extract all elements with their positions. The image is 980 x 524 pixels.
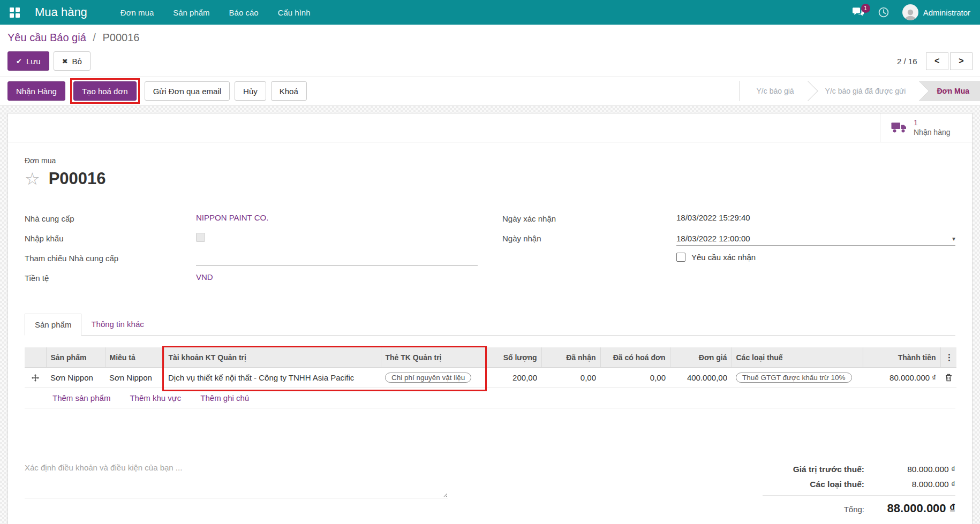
apps-menu-icon[interactable] <box>10 7 20 18</box>
cell-description[interactable]: Sơn Nippon <box>105 368 164 388</box>
stat-button-strip: 1 Nhận hàng <box>8 113 972 142</box>
cell-product[interactable]: Sơn Nippon <box>46 368 105 388</box>
terms-notes-input[interactable] <box>25 460 448 498</box>
cell-subtotal[interactable]: 80.000.000 ₫ <box>863 368 940 388</box>
top-navbar: Mua hàng Đơn mua Sản phẩm Báo cáo Cấu hì… <box>0 0 980 25</box>
discard-button-label: Bỏ <box>72 57 82 66</box>
cell-unit-price[interactable]: 400.000,00 <box>670 368 732 388</box>
taxes-amount-value: 8.000.000 ₫ <box>864 480 955 489</box>
favorite-star-icon[interactable]: ☆ <box>25 170 40 187</box>
header-subtotal[interactable]: Thành tiền <box>863 347 940 368</box>
discard-button[interactable]: ✖ Bỏ <box>54 51 91 71</box>
tax-pill: Thuế GTGT được khấu trừ 10% <box>736 373 852 383</box>
supplier-field-value[interactable]: NIPPON PAINT CO. <box>196 213 478 222</box>
person-icon <box>903 7 917 20</box>
supplier-field-label: Nhà cung cấp <box>25 213 196 223</box>
pager-previous-button[interactable]: < <box>926 52 948 70</box>
header-taxes[interactable]: Các loại thuế <box>732 347 863 368</box>
cell-taxes[interactable]: Thuế GTGT được khấu trừ 10% <box>732 368 863 388</box>
header-analytic-account[interactable]: Tài khoản KT Quản trị <box>164 347 381 368</box>
import-checkbox[interactable] <box>196 233 205 242</box>
chevron-right-icon: > <box>959 56 963 65</box>
menu-bao-cao[interactable]: Báo cáo <box>229 8 259 17</box>
messages-icon[interactable]: 1 <box>852 7 865 18</box>
header-quantity[interactable]: Số lượng <box>485 347 541 368</box>
optional-columns-icon[interactable]: ⋮ <box>940 347 956 368</box>
confirm-date-value: 18/03/2022 15:29:40 <box>676 213 955 222</box>
analytic-tag-pill: Chi phí nguyên vật liệu <box>385 373 471 383</box>
create-bill-button[interactable]: Tạo hoá đơn <box>73 81 137 101</box>
header-analytic-tag[interactable]: Thẻ TK Quản trị <box>381 347 485 368</box>
ask-confirmation-checkbox[interactable] <box>676 253 685 262</box>
list-footer-links: Thêm sản phẩm Thêm khu vực Thêm ghi chú <box>25 388 955 408</box>
table-row[interactable]: Sơn Nippon Sơn Nippon Dịch vụ thiết kế n… <box>25 368 956 388</box>
activities-icon[interactable] <box>878 6 889 18</box>
header-product[interactable]: Sản phẩm <box>46 347 105 368</box>
step-rfq-sent[interactable]: Y/c báo giá đã được gửi <box>808 81 920 101</box>
breadcrumb-parent-link[interactable]: Yêu cầu Báo giá <box>7 32 86 43</box>
receipt-date-input[interactable]: 18/03/2022 12:00:00 ▾ <box>676 233 955 246</box>
order-lines-table: Sản phẩm Miêu tả Tài khoản KT Quản trị T… <box>25 347 956 388</box>
tab-san-pham[interactable]: Sản phẩm <box>25 314 81 336</box>
currency-field-label: Tiền tệ <box>25 272 196 283</box>
x-icon: ✖ <box>62 57 68 65</box>
chevron-left-icon: < <box>934 56 939 65</box>
menu-don-mua[interactable]: Đơn mua <box>120 8 154 17</box>
control-panel: Yêu cầu Báo giá / P00016 ✔ Lưu ✖ Bỏ 2 / … <box>0 25 980 76</box>
send-by-email-button[interactable]: Gửi Đơn qua email <box>145 81 230 101</box>
vendor-ref-input[interactable] <box>196 253 478 265</box>
status-steps: Y/c báo giá Y/c báo giá đã được gửi Đơn … <box>739 81 980 101</box>
cell-quantity[interactable]: 200,00 <box>485 368 541 388</box>
add-note-link[interactable]: Thêm ghi chú <box>200 393 249 403</box>
confirm-date-field-label: Ngày xác nhận <box>502 213 676 223</box>
lock-button[interactable]: Khoá <box>271 81 307 101</box>
add-section-link[interactable]: Thêm khu vực <box>130 393 181 403</box>
breadcrumb-current: P00016 <box>102 32 139 43</box>
receipt-count: 1 <box>914 118 951 128</box>
header-billed[interactable]: Đã có hoá đơn <box>600 347 670 368</box>
dropdown-caret-icon[interactable]: ▾ <box>952 235 955 242</box>
cell-analytic-tag[interactable]: Chi phí nguyên vật liệu <box>381 368 485 388</box>
menu-san-pham[interactable]: Sản phẩm <box>173 8 209 17</box>
pager-counter: 2 / 16 <box>897 57 917 66</box>
receive-products-button[interactable]: Nhận Hàng <box>7 81 65 101</box>
pager-next-button[interactable]: > <box>950 52 973 70</box>
cancel-button[interactable]: Hủy <box>235 81 266 101</box>
vendor-ref-field-label: Tham chiếu Nhà cung cấp <box>25 253 196 263</box>
table-header-row: Sản phẩm Miêu tả Tài khoản KT Quản trị T… <box>25 347 956 368</box>
row-delete-button[interactable] <box>940 368 956 388</box>
receipt-date-field-label: Ngày nhận <box>502 233 676 243</box>
currency-field-value[interactable]: VND <box>196 272 478 282</box>
tab-thong-tin-khac[interactable]: Thông tin khác <box>81 314 153 335</box>
trash-icon <box>945 374 952 382</box>
menu-cau-hinh[interactable]: Cấu hình <box>278 8 311 17</box>
apps-grid-square <box>10 7 14 12</box>
header-received[interactable]: Đã nhận <box>541 347 600 368</box>
apps-grid-square <box>16 13 20 18</box>
save-button[interactable]: ✔ Lưu <box>7 51 49 71</box>
receipt-stat-button[interactable]: 1 Nhận hàng <box>880 113 972 142</box>
total-amount-value: 88.000.000 ₫ <box>864 502 955 515</box>
import-field-label: Nhập khẩu <box>25 233 196 243</box>
main-menus: Đơn mua Sản phẩm Báo cáo Cấu hình <box>120 8 311 17</box>
taxes-amount-label: Các loại thuế: <box>810 480 864 489</box>
step-rfq[interactable]: Y/c báo giá <box>739 81 808 101</box>
cell-received[interactable]: 0,00 <box>541 368 600 388</box>
cell-analytic-account[interactable]: Dịch vụ thiết kế nội thất - Công ty TNHH… <box>164 368 381 388</box>
statusbar: Nhận Hàng Tạo hoá đơn Gửi Đơn qua email … <box>0 76 980 106</box>
row-drag-handle[interactable] <box>25 368 46 388</box>
messages-counter-badge: 1 <box>861 4 870 13</box>
move-arrows-icon <box>32 374 39 382</box>
document-number: P00016 <box>49 169 106 188</box>
notebook-tabs: Sản phẩm Thông tin khác <box>25 314 955 336</box>
header-unit-price[interactable]: Đơn giá <box>670 347 732 368</box>
ask-confirmation-label: Yêu cầu xác nhận <box>691 253 756 262</box>
receipt-date-value: 18/03/2022 12:00:00 <box>676 234 750 243</box>
form-sheet: 1 Nhận hàng Đơn mua ☆ P00016 Nhà cung cấ… <box>7 113 973 524</box>
add-product-link[interactable]: Thêm sản phẩm <box>52 393 110 403</box>
cell-billed[interactable]: 0,00 <box>600 368 670 388</box>
app-title[interactable]: Mua hàng <box>35 5 87 19</box>
user-menu[interactable]: Administrator <box>902 4 970 20</box>
totals-block: Giá trị trước thuế: 80.000.000 ₫ Các loạ… <box>763 460 955 518</box>
header-description[interactable]: Miêu tả <box>105 347 164 368</box>
